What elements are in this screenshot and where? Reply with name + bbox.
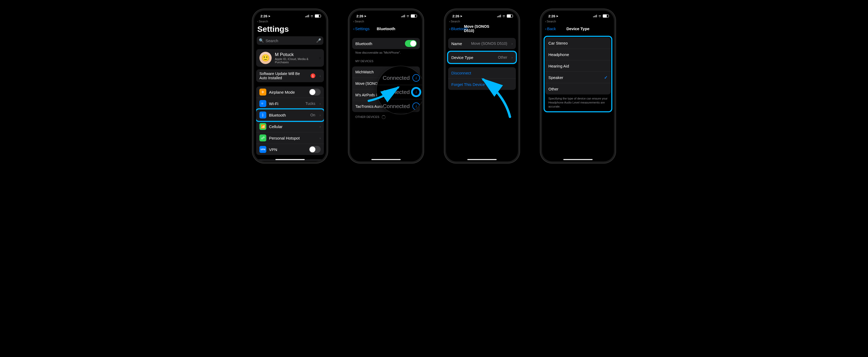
name-group: Name Move (SONOS D510) › [448, 38, 516, 49]
chevron-left-icon: ‹ [353, 26, 354, 31]
update-label: Software Update Will Be Auto Installed [259, 71, 308, 80]
highlight-container: Car StereoHeadphoneHearing AidSpeaker✓Ot… [544, 36, 612, 112]
type-option-headphone[interactable]: Headphone [545, 49, 611, 60]
discoverable-text: Now discoverable as "MichPhone". [350, 49, 422, 56]
row-label: VPN [269, 147, 306, 152]
software-update-row[interactable]: Software Update Will Be Auto Installed 1… [256, 69, 324, 82]
profile-row[interactable]: 🙂 M Potuck Apple ID, iCloud, Media & Pur… [256, 49, 324, 67]
type-option-other[interactable]: Other [545, 83, 611, 94]
row-value: Tucks [306, 101, 315, 106]
toggle[interactable] [309, 146, 321, 153]
settings-row-wi-fi[interactable]: ᯤWi-FiTucks› [256, 98, 324, 110]
row-label: Airplane Mode [269, 90, 306, 94]
disconnect-label: Disconnect [451, 71, 513, 75]
nav-title: Move (SONOS D510) [464, 24, 500, 33]
status-time: 2:26 [260, 14, 268, 18]
mag-row-1: Connected i [377, 71, 422, 85]
chevron-right-icon: › [320, 136, 321, 140]
name-row[interactable]: Name Move (SONOS D510) › [448, 38, 516, 49]
info-icon[interactable]: i [412, 74, 420, 82]
status-time: 2:26 [453, 14, 459, 18]
hotspot-icon: ☍ [259, 135, 266, 141]
search-back-label: Search [259, 20, 268, 23]
row-label: Personal Hotspot [269, 136, 313, 140]
status-time: 2:26 [548, 14, 555, 18]
row-label: Cellular [269, 124, 313, 129]
home-indicator[interactable] [563, 159, 593, 160]
name-label: Name [451, 41, 468, 46]
chevron-right-icon: › [512, 56, 513, 59]
battery-icon [411, 14, 417, 18]
chevron-right-icon: › [319, 56, 321, 60]
settings-row-vpn[interactable]: VPNVPN [256, 144, 324, 155]
other-devices-label: OTHER DEVICES [355, 115, 379, 118]
bluetooth-toggle-row[interactable]: Bluetooth [352, 38, 420, 49]
bluetooth-icon: ᛒ [259, 112, 266, 118]
type-option-car-stereo[interactable]: Car Stereo [545, 37, 611, 49]
chevron-right-icon: › [512, 41, 513, 46]
battery-icon [603, 14, 609, 18]
profile-name: M Potuck [275, 52, 316, 57]
search-back-link[interactable]: ‹ Search [542, 19, 614, 24]
avatar: 🙂 [259, 52, 272, 64]
search-input[interactable]: 🔍 Search 🎤 [257, 36, 323, 45]
airplane-icon: ✈ [259, 89, 266, 95]
nav-back[interactable]: ‹Settings [353, 26, 370, 31]
phone-settings: 2:26 ➤ ‹ Search Settings 🔍 Search 🎤 🙂 M … [254, 11, 326, 161]
phone-device-detail: 2:26➤ ‹ Search ‹Bluetooth Move (SONOS D5… [446, 11, 518, 161]
home-indicator[interactable] [467, 159, 497, 160]
phone-bluetooth-list: 2:26➤ ‹ Search ‹Settings Bluetooth Bluet… [350, 11, 422, 161]
network-group: ✈Airplane ModeᯤWi-FiTucks›ᛒBluetoothOn›📶… [256, 86, 324, 155]
settings-row-airplane-mode[interactable]: ✈Airplane Mode [256, 86, 324, 98]
location-icon: ➤ [556, 15, 558, 18]
wifi-icon [598, 15, 602, 17]
bluetooth-toggle[interactable] [405, 40, 417, 47]
home-indicator[interactable] [275, 159, 305, 160]
chevron-left-icon: ‹ [545, 26, 547, 31]
option-label: Headphone [548, 52, 608, 57]
bluetooth-toggle-group: Bluetooth [352, 38, 420, 49]
settings-row-bluetooth[interactable]: ᛒBluetoothOn› [256, 110, 324, 121]
device-type-label: Device Type [451, 55, 495, 60]
checkmark-icon: ✓ [604, 75, 608, 80]
location-icon: ➤ [364, 15, 366, 18]
search-back-label: Search [451, 20, 460, 23]
search-back-link[interactable]: ‹ Search [254, 19, 326, 24]
spinner-icon [382, 115, 385, 119]
profile-subtitle: Apple ID, iCloud, Media & Purchases [275, 57, 316, 64]
chevron-right-icon: › [320, 74, 321, 78]
option-label: Other [548, 87, 608, 91]
wifi-icon [502, 15, 506, 17]
option-label: Speaker [548, 75, 601, 80]
name-value: Move (SONOS D510) [471, 41, 507, 46]
toggle[interactable] [309, 89, 321, 95]
nav-back[interactable]: ‹Back [545, 26, 556, 31]
chevron-right-icon: › [320, 125, 321, 128]
device-type-value: Other [498, 55, 507, 59]
row-label: Wi-Fi [269, 101, 303, 106]
search-back-label: Search [547, 20, 556, 23]
update-group: Software Update Will Be Auto Installed 1… [256, 69, 324, 82]
mic-icon: 🎤 [316, 38, 321, 43]
search-back-link[interactable]: ‹ Search [446, 19, 518, 24]
settings-row-cellular[interactable]: 📶Cellular› [256, 121, 324, 132]
info-icon-highlighted[interactable]: i [412, 88, 420, 96]
search-back-link[interactable]: ‹ Search [350, 19, 422, 24]
wifi-icon [310, 15, 314, 17]
type-option-speaker[interactable]: Speaker✓ [545, 72, 611, 83]
home-indicator[interactable] [371, 159, 401, 160]
row-value: On [310, 113, 315, 117]
device-type-group: Device Type Other › [448, 52, 516, 63]
wifi-icon: ᯤ [259, 100, 266, 107]
status-time: 2:26 [356, 14, 363, 18]
settings-row-personal-hotspot[interactable]: ☍Personal Hotspot› [256, 132, 324, 144]
device-type-row[interactable]: Device Type Other › [448, 52, 516, 63]
nav-back-label: Settings [355, 26, 370, 31]
notch [465, 11, 499, 17]
annotation-arrow [475, 77, 515, 120]
badge-count: 1 [311, 73, 315, 78]
phone-device-type: 2:26➤ ‹ Search ‹Back Device Type Car Ste… [542, 11, 614, 161]
type-option-hearing-aid[interactable]: Hearing Aid [545, 60, 611, 72]
battery-icon [315, 14, 321, 18]
row-label: Bluetooth [269, 113, 308, 117]
